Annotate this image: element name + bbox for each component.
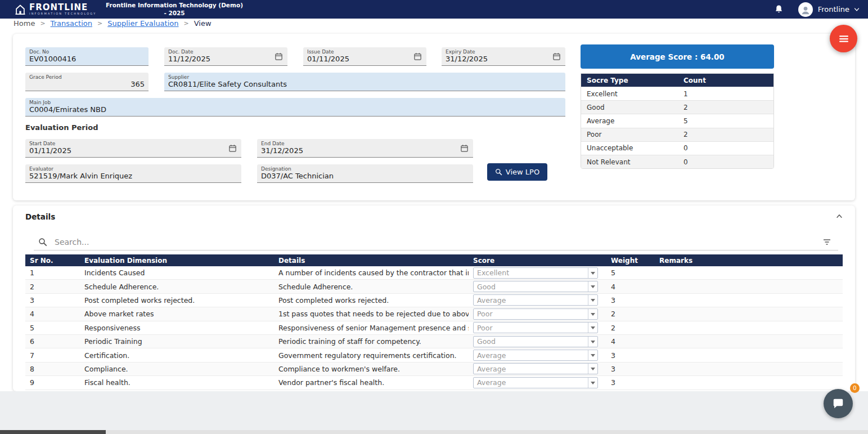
score-select[interactable]: Average bbox=[473, 294, 598, 306]
filter-button[interactable] bbox=[822, 236, 834, 248]
calendar-icon[interactable] bbox=[275, 52, 283, 61]
navbar-right: Frontline bbox=[774, 2, 868, 17]
score-select[interactable]: Good bbox=[473, 281, 598, 292]
dimension-cell: Certification. bbox=[80, 351, 274, 360]
details-search-bar bbox=[34, 234, 838, 250]
breadcrumb-separator: > bbox=[97, 19, 102, 28]
filter-icon bbox=[822, 238, 831, 247]
table-row: 7 Certification. Government regulatory r… bbox=[25, 348, 843, 362]
average-score-banner: Average Score : 64.00 bbox=[581, 44, 774, 69]
user-avatar[interactable] bbox=[798, 2, 813, 17]
dimension-cell: Fiscal health. bbox=[80, 378, 274, 387]
sr-cell: 4 bbox=[25, 310, 80, 318]
user-menu[interactable]: Frontline bbox=[818, 5, 860, 14]
grace-period-label: Grace Period bbox=[29, 74, 62, 80]
evaluator-field: Evaluator bbox=[25, 164, 241, 183]
score-summary-table: Socre Type Count Excellent 1 Good 2 Aver… bbox=[581, 73, 774, 169]
score-type-cell: Unacceptable bbox=[581, 144, 683, 152]
end-date-input[interactable] bbox=[261, 146, 458, 155]
designation-label: Designation bbox=[261, 166, 291, 172]
breadcrumb-supplier-evaluation[interactable]: Supplier Evaluation bbox=[107, 19, 178, 28]
weight-cell: 3 bbox=[606, 351, 655, 360]
start-date-input[interactable] bbox=[29, 146, 226, 155]
details-cell: 1st pass quotes that needs to be rejecte… bbox=[274, 310, 469, 318]
score-select[interactable]: Average bbox=[473, 350, 598, 361]
details-cell: Government regulatory requirements certi… bbox=[274, 351, 469, 360]
collapse-details-button[interactable] bbox=[834, 211, 845, 222]
details-cell: A number of incidents caused by the cont… bbox=[274, 269, 469, 277]
grace-period-field: Grace Period bbox=[25, 73, 149, 91]
score-select[interactable]: Average bbox=[473, 363, 598, 374]
details-cell: Responsiveness of senior Management pres… bbox=[274, 324, 469, 332]
weight-cell: 2 bbox=[606, 324, 655, 332]
calendar-icon[interactable] bbox=[413, 52, 422, 61]
dimension-cell: Schedule Adherence. bbox=[80, 283, 274, 291]
table-row: 2 Schedule Adherence. Schedule Adherence… bbox=[25, 280, 843, 293]
score-cell: Poor bbox=[469, 308, 606, 320]
scrollbar-thumb[interactable] bbox=[0, 430, 106, 434]
score-count-cell: 5 bbox=[683, 117, 773, 125]
calendar-icon[interactable] bbox=[460, 144, 469, 153]
score-type-cell: Good bbox=[581, 104, 683, 111]
chevron-down-icon bbox=[588, 323, 597, 333]
dimension-cell: Post completed works rejected. bbox=[80, 296, 274, 305]
chat-button[interactable] bbox=[824, 389, 853, 418]
score-type-cell: Excellent bbox=[581, 90, 683, 98]
doc-date-label: Doc. Date bbox=[168, 49, 194, 55]
supplier-input[interactable] bbox=[168, 80, 561, 88]
frontline-logo[interactable]: FRONTLINE INFORMATION TECHNOLOGY bbox=[15, 3, 96, 15]
sr-cell: 7 bbox=[25, 351, 80, 360]
expiry-date-field: Expiry Date bbox=[442, 47, 565, 66]
supplier-evaluation-page: FRONTLINE INFORMATION TECHNOLOGY Frontli… bbox=[0, 0, 868, 434]
score-select-value: Poor bbox=[474, 310, 493, 318]
sr-cell: 6 bbox=[25, 337, 80, 346]
weight-cell: 5 bbox=[606, 269, 655, 277]
table-row: 4 Above market rates 1st pass quotes tha… bbox=[25, 307, 843, 321]
chevron-down-icon bbox=[588, 268, 597, 278]
chevron-down-icon bbox=[588, 364, 597, 374]
weight-cell: 3 bbox=[606, 365, 655, 373]
details-cell: Compliance to workmen's welfare. bbox=[274, 365, 469, 373]
evaluator-input[interactable] bbox=[29, 172, 237, 180]
score-select[interactable]: Poor bbox=[473, 322, 598, 333]
menu-fab-button[interactable] bbox=[830, 25, 857, 52]
main-job-input[interactable] bbox=[29, 105, 561, 114]
breadcrumb-separator: > bbox=[40, 19, 45, 28]
score-cell: Average bbox=[469, 377, 606, 388]
breadcrumb-transaction[interactable]: Transaction bbox=[51, 19, 92, 28]
score-cell: Excellent bbox=[469, 267, 606, 279]
grace-period-input[interactable] bbox=[29, 80, 145, 88]
calendar-icon[interactable] bbox=[228, 144, 237, 153]
expiry-date-input[interactable] bbox=[446, 55, 550, 63]
doc-date-input[interactable] bbox=[168, 55, 272, 63]
score-select[interactable]: Poor bbox=[473, 308, 598, 320]
designation-input[interactable] bbox=[261, 172, 469, 180]
breadcrumb-home[interactable]: Home bbox=[14, 19, 35, 28]
notification-bell-icon[interactable] bbox=[774, 5, 784, 14]
issue-date-input[interactable] bbox=[307, 55, 411, 63]
score-select[interactable]: Average bbox=[473, 377, 598, 388]
details-table: Sr No. Evaluation Dimension Details Scor… bbox=[25, 254, 843, 390]
score-type-cell: Not Relevant bbox=[581, 158, 683, 166]
view-lpo-button[interactable]: View LPO bbox=[487, 163, 547, 181]
doc-no-input[interactable] bbox=[29, 55, 145, 63]
chat-icon bbox=[832, 397, 844, 410]
designation-field: Designation bbox=[257, 164, 473, 183]
chevron-down-icon bbox=[588, 350, 597, 360]
search-input[interactable] bbox=[55, 238, 822, 247]
header-sr-no: Sr No. bbox=[25, 257, 80, 265]
score-select[interactable]: Good bbox=[473, 336, 598, 347]
chat-badge: 0 bbox=[850, 383, 860, 393]
score-summary-row: Good 2 bbox=[581, 100, 773, 114]
dimension-cell: Incidents Caused bbox=[80, 269, 274, 277]
table-row: 5 Responsiveness Responsiveness of senio… bbox=[25, 321, 843, 335]
issue-date-field: Issue Date bbox=[303, 47, 426, 66]
table-row: 1 Incidents Caused A number of incidents… bbox=[25, 266, 843, 280]
start-date-field: Start Date bbox=[25, 139, 241, 158]
score-select[interactable]: Excellent bbox=[473, 267, 598, 279]
calendar-icon[interactable] bbox=[552, 52, 561, 61]
weight-cell: 3 bbox=[606, 296, 655, 305]
footer-area bbox=[0, 391, 868, 434]
app-title: Frontline Information Technology (Demo) … bbox=[106, 1, 243, 17]
header-score: Score bbox=[469, 257, 606, 265]
